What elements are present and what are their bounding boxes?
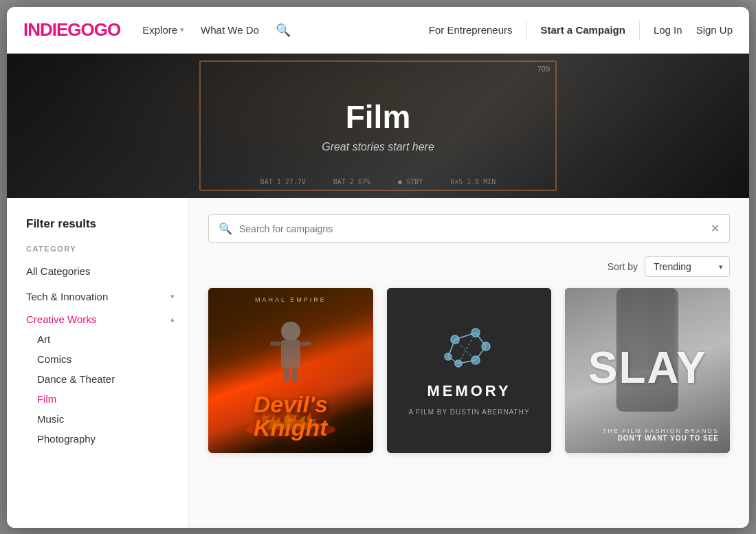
hero-subtitle: Great stories start here — [322, 141, 434, 153]
sidebar-item-dance-theater[interactable]: Dance & Theater — [37, 369, 175, 389]
network-icon — [441, 326, 496, 374]
navbar: INDIEGOGO Explore ▾ What We Do 🔍 For Ent… — [7, 7, 749, 54]
login-button[interactable]: Log In — [654, 24, 682, 36]
filter-title: Filter results — [26, 217, 175, 231]
search-bar-container: 🔍 ✕ — [208, 214, 730, 243]
campaign-card-1[interactable]: MAHAL EMPIRE — [208, 288, 373, 453]
svg-rect-3 — [300, 342, 311, 346]
sort-select[interactable]: Trending Most Funded Most Backed Newest — [645, 256, 730, 277]
card-1-title: Devil'sKnight — [254, 392, 328, 439]
card-3-sub1: THE FILM FASHION BRANDS — [603, 427, 719, 434]
card-image-3: SLAY THE FILM FASHION BRANDS DON'T WANT … — [565, 288, 730, 453]
sidebar-section-tech: Tech & Innovation ▾ — [26, 287, 175, 307]
sort-label: Sort by — [608, 261, 638, 272]
sidebar-item-all-categories[interactable]: All Categories — [26, 261, 175, 281]
nav-for-entrepreneurs[interactable]: For Entrepreneurs — [429, 24, 513, 36]
sidebar: Filter results CATEGORY All Categories T… — [7, 198, 189, 528]
nav-what-we-do[interactable]: What We Do — [201, 24, 259, 36]
sidebar-item-music[interactable]: Music — [37, 409, 175, 429]
svg-rect-5 — [292, 368, 298, 381]
sidebar-item-film[interactable]: Film — [37, 389, 175, 409]
hero-banner: BAT 1 27.7V BAT 2 67% ● STBY 6×5 1.8 MIN… — [7, 54, 749, 198]
svg-line-19 — [455, 340, 476, 360]
start-campaign-button[interactable]: Start a Campaign — [541, 24, 625, 36]
sidebar-item-art[interactable]: Art — [37, 329, 175, 349]
nav-divider-2 — [639, 21, 640, 40]
search-input[interactable] — [239, 223, 704, 234]
content-area: 🔍 ✕ Sort by Trending Most Funded Most Ba… — [189, 198, 749, 528]
card-1-brand: MAHAL EMPIRE — [255, 296, 326, 303]
hero-title: Film — [346, 98, 411, 135]
cards-grid: MAHAL EMPIRE — [208, 288, 730, 453]
campaign-card-2[interactable]: MEMORY A FILM BY DUSTIN ABERNATHY — [387, 288, 552, 453]
tech-chevron-icon: ▾ — [170, 292, 175, 301]
signup-button[interactable]: Sign Up — [696, 24, 733, 36]
card-2-subtitle: A FILM BY DUSTIN ABERNATHY — [408, 408, 529, 416]
category-label: CATEGORY — [26, 245, 175, 253]
sort-row: Sort by Trending Most Funded Most Backed… — [208, 256, 730, 277]
card-image-1: MAHAL EMPIRE — [208, 288, 373, 453]
svg-point-0 — [281, 322, 300, 341]
svg-line-14 — [476, 333, 486, 346]
sidebar-section-creative: Creative Works ▴ Art Comics Dance & Thea… — [26, 309, 175, 449]
card-3-sub2: DON'T WANT YOU TO SEE — [603, 434, 719, 442]
card-image-2: MEMORY A FILM BY DUSTIN ABERNATHY — [387, 288, 552, 453]
logo[interactable]: INDIEGOGO — [23, 19, 120, 41]
nav-explore[interactable]: Explore ▾ — [142, 24, 184, 36]
sidebar-item-photography[interactable]: Photography — [37, 429, 175, 449]
sidebar-item-tech-innovation[interactable]: Tech & Innovation ▾ — [26, 287, 175, 307]
camera-hud: BAT 1 27.7V BAT 2 67% ● STBY 6×5 1.8 MIN — [260, 178, 496, 186]
card-3-slay-text: SLAY — [588, 342, 707, 393]
svg-rect-1 — [281, 340, 300, 368]
search-clear-icon[interactable]: ✕ — [711, 222, 720, 235]
search-icon[interactable]: 🔍 — [276, 23, 291, 38]
knight-icon — [263, 321, 318, 383]
nav-divider — [526, 21, 527, 40]
search-icon: 🔍 — [219, 222, 232, 235]
nav-right: For Entrepreneurs Start a Campaign Log I… — [429, 21, 733, 40]
sidebar-children-creative: Art Comics Dance & Theater Film Music Ph… — [26, 329, 175, 449]
card-3-bottom: THE FILM FASHION BRANDS DON'T WANT YOU T… — [603, 427, 719, 442]
sidebar-item-comics[interactable]: Comics — [37, 349, 175, 369]
creative-chevron-icon: ▴ — [170, 315, 175, 324]
explore-chevron-icon: ▾ — [180, 25, 184, 34]
svg-rect-2 — [270, 342, 281, 346]
svg-line-15 — [476, 346, 486, 360]
svg-rect-4 — [284, 368, 289, 381]
card-2-title: MEMORY — [427, 382, 511, 400]
campaign-card-3[interactable]: SLAY THE FILM FASHION BRANDS DON'T WANT … — [565, 288, 730, 453]
main-content: Filter results CATEGORY All Categories T… — [7, 198, 749, 528]
sort-wrapper: Trending Most Funded Most Backed Newest … — [645, 256, 730, 277]
search-bar: 🔍 ✕ — [208, 214, 730, 243]
sidebar-item-creative-works[interactable]: Creative Works ▴ — [26, 309, 175, 329]
